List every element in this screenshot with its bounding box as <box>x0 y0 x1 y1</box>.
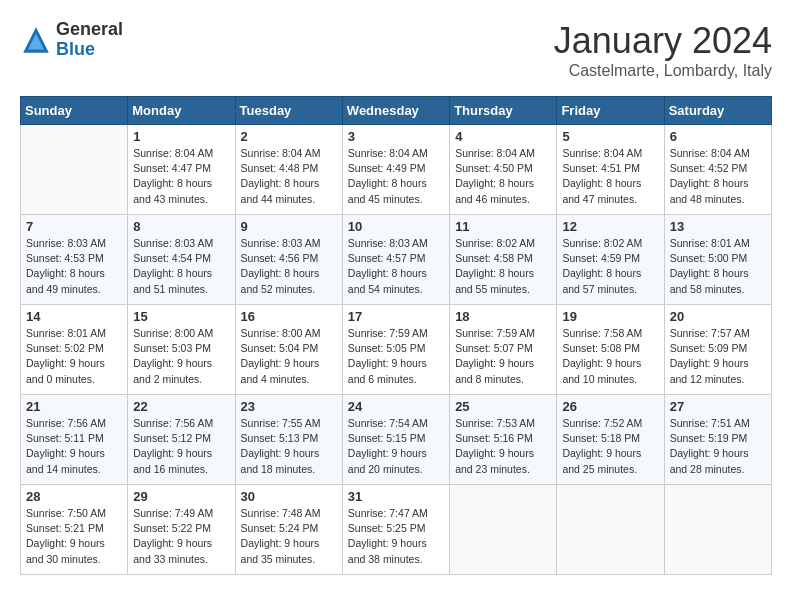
day-info: Sunrise: 8:02 AMSunset: 4:58 PMDaylight:… <box>455 236 551 297</box>
calendar-cell: 1Sunrise: 8:04 AMSunset: 4:47 PMDaylight… <box>128 125 235 215</box>
calendar-cell: 11Sunrise: 8:02 AMSunset: 4:58 PMDayligh… <box>450 215 557 305</box>
day-info: Sunrise: 8:02 AMSunset: 4:59 PMDaylight:… <box>562 236 658 297</box>
day-number: 14 <box>26 309 122 324</box>
calendar-cell: 21Sunrise: 7:56 AMSunset: 5:11 PMDayligh… <box>21 395 128 485</box>
day-info: Sunrise: 8:00 AMSunset: 5:03 PMDaylight:… <box>133 326 229 387</box>
calendar-cell: 7Sunrise: 8:03 AMSunset: 4:53 PMDaylight… <box>21 215 128 305</box>
day-info: Sunrise: 7:48 AMSunset: 5:24 PMDaylight:… <box>241 506 337 567</box>
day-info: Sunrise: 7:53 AMSunset: 5:16 PMDaylight:… <box>455 416 551 477</box>
title-block: January 2024 Castelmarte, Lombardy, Ital… <box>554 20 772 80</box>
day-number: 31 <box>348 489 444 504</box>
calendar-cell: 9Sunrise: 8:03 AMSunset: 4:56 PMDaylight… <box>235 215 342 305</box>
calendar-cell: 20Sunrise: 7:57 AMSunset: 5:09 PMDayligh… <box>664 305 771 395</box>
calendar-cell: 10Sunrise: 8:03 AMSunset: 4:57 PMDayligh… <box>342 215 449 305</box>
calendar-cell: 15Sunrise: 8:00 AMSunset: 5:03 PMDayligh… <box>128 305 235 395</box>
day-info: Sunrise: 7:59 AMSunset: 5:05 PMDaylight:… <box>348 326 444 387</box>
day-number: 24 <box>348 399 444 414</box>
day-number: 20 <box>670 309 766 324</box>
day-number: 28 <box>26 489 122 504</box>
day-number: 9 <box>241 219 337 234</box>
calendar-cell: 31Sunrise: 7:47 AMSunset: 5:25 PMDayligh… <box>342 485 449 575</box>
weekday-header-thursday: Thursday <box>450 97 557 125</box>
day-number: 19 <box>562 309 658 324</box>
calendar-cell <box>557 485 664 575</box>
calendar-cell <box>664 485 771 575</box>
day-number: 7 <box>26 219 122 234</box>
day-info: Sunrise: 8:04 AMSunset: 4:50 PMDaylight:… <box>455 146 551 207</box>
day-number: 21 <box>26 399 122 414</box>
day-info: Sunrise: 8:01 AMSunset: 5:02 PMDaylight:… <box>26 326 122 387</box>
day-info: Sunrise: 8:03 AMSunset: 4:54 PMDaylight:… <box>133 236 229 297</box>
day-info: Sunrise: 7:50 AMSunset: 5:21 PMDaylight:… <box>26 506 122 567</box>
calendar-cell: 17Sunrise: 7:59 AMSunset: 5:05 PMDayligh… <box>342 305 449 395</box>
calendar-cell: 5Sunrise: 8:04 AMSunset: 4:51 PMDaylight… <box>557 125 664 215</box>
day-number: 12 <box>562 219 658 234</box>
calendar-cell: 6Sunrise: 8:04 AMSunset: 4:52 PMDaylight… <box>664 125 771 215</box>
day-info: Sunrise: 8:03 AMSunset: 4:57 PMDaylight:… <box>348 236 444 297</box>
day-info: Sunrise: 8:04 AMSunset: 4:52 PMDaylight:… <box>670 146 766 207</box>
day-number: 5 <box>562 129 658 144</box>
day-number: 25 <box>455 399 551 414</box>
day-number: 30 <box>241 489 337 504</box>
day-info: Sunrise: 7:52 AMSunset: 5:18 PMDaylight:… <box>562 416 658 477</box>
weekday-header-sunday: Sunday <box>21 97 128 125</box>
day-info: Sunrise: 8:04 AMSunset: 4:48 PMDaylight:… <box>241 146 337 207</box>
calendar-cell: 29Sunrise: 7:49 AMSunset: 5:22 PMDayligh… <box>128 485 235 575</box>
logo-icon <box>20 24 52 56</box>
calendar-cell: 18Sunrise: 7:59 AMSunset: 5:07 PMDayligh… <box>450 305 557 395</box>
day-info: Sunrise: 8:04 AMSunset: 4:49 PMDaylight:… <box>348 146 444 207</box>
calendar-week-row: 7Sunrise: 8:03 AMSunset: 4:53 PMDaylight… <box>21 215 772 305</box>
day-number: 6 <box>670 129 766 144</box>
day-number: 2 <box>241 129 337 144</box>
weekday-header-monday: Monday <box>128 97 235 125</box>
calendar-cell: 2Sunrise: 8:04 AMSunset: 4:48 PMDaylight… <box>235 125 342 215</box>
day-number: 17 <box>348 309 444 324</box>
weekday-header-saturday: Saturday <box>664 97 771 125</box>
weekday-header-row: SundayMondayTuesdayWednesdayThursdayFrid… <box>21 97 772 125</box>
weekday-header-wednesday: Wednesday <box>342 97 449 125</box>
calendar-cell: 16Sunrise: 8:00 AMSunset: 5:04 PMDayligh… <box>235 305 342 395</box>
calendar-cell: 24Sunrise: 7:54 AMSunset: 5:15 PMDayligh… <box>342 395 449 485</box>
page-header: General Blue January 2024 Castelmarte, L… <box>20 20 772 80</box>
day-info: Sunrise: 8:01 AMSunset: 5:00 PMDaylight:… <box>670 236 766 297</box>
day-info: Sunrise: 7:59 AMSunset: 5:07 PMDaylight:… <box>455 326 551 387</box>
day-info: Sunrise: 7:54 AMSunset: 5:15 PMDaylight:… <box>348 416 444 477</box>
calendar-cell <box>21 125 128 215</box>
day-number: 11 <box>455 219 551 234</box>
calendar-cell: 27Sunrise: 7:51 AMSunset: 5:19 PMDayligh… <box>664 395 771 485</box>
day-number: 18 <box>455 309 551 324</box>
calendar-cell: 28Sunrise: 7:50 AMSunset: 5:21 PMDayligh… <box>21 485 128 575</box>
calendar-week-row: 21Sunrise: 7:56 AMSunset: 5:11 PMDayligh… <box>21 395 772 485</box>
location-title: Castelmarte, Lombardy, Italy <box>554 62 772 80</box>
day-number: 23 <box>241 399 337 414</box>
calendar-cell: 26Sunrise: 7:52 AMSunset: 5:18 PMDayligh… <box>557 395 664 485</box>
day-number: 8 <box>133 219 229 234</box>
calendar-week-row: 28Sunrise: 7:50 AMSunset: 5:21 PMDayligh… <box>21 485 772 575</box>
day-info: Sunrise: 7:56 AMSunset: 5:11 PMDaylight:… <box>26 416 122 477</box>
day-info: Sunrise: 7:55 AMSunset: 5:13 PMDaylight:… <box>241 416 337 477</box>
calendar-cell: 19Sunrise: 7:58 AMSunset: 5:08 PMDayligh… <box>557 305 664 395</box>
calendar-cell: 13Sunrise: 8:01 AMSunset: 5:00 PMDayligh… <box>664 215 771 305</box>
day-info: Sunrise: 7:56 AMSunset: 5:12 PMDaylight:… <box>133 416 229 477</box>
day-info: Sunrise: 7:49 AMSunset: 5:22 PMDaylight:… <box>133 506 229 567</box>
day-info: Sunrise: 8:03 AMSunset: 4:56 PMDaylight:… <box>241 236 337 297</box>
day-info: Sunrise: 7:51 AMSunset: 5:19 PMDaylight:… <box>670 416 766 477</box>
day-info: Sunrise: 7:57 AMSunset: 5:09 PMDaylight:… <box>670 326 766 387</box>
logo-text: General Blue <box>56 20 123 60</box>
day-number: 10 <box>348 219 444 234</box>
calendar-cell: 12Sunrise: 8:02 AMSunset: 4:59 PMDayligh… <box>557 215 664 305</box>
weekday-header-tuesday: Tuesday <box>235 97 342 125</box>
calendar-cell: 23Sunrise: 7:55 AMSunset: 5:13 PMDayligh… <box>235 395 342 485</box>
day-number: 4 <box>455 129 551 144</box>
calendar-cell: 3Sunrise: 8:04 AMSunset: 4:49 PMDaylight… <box>342 125 449 215</box>
day-number: 27 <box>670 399 766 414</box>
calendar-cell: 4Sunrise: 8:04 AMSunset: 4:50 PMDaylight… <box>450 125 557 215</box>
day-number: 22 <box>133 399 229 414</box>
calendar-cell: 14Sunrise: 8:01 AMSunset: 5:02 PMDayligh… <box>21 305 128 395</box>
calendar-cell: 25Sunrise: 7:53 AMSunset: 5:16 PMDayligh… <box>450 395 557 485</box>
day-number: 3 <box>348 129 444 144</box>
month-title: January 2024 <box>554 20 772 62</box>
calendar-cell <box>450 485 557 575</box>
calendar-cell: 8Sunrise: 8:03 AMSunset: 4:54 PMDaylight… <box>128 215 235 305</box>
day-info: Sunrise: 8:04 AMSunset: 4:47 PMDaylight:… <box>133 146 229 207</box>
